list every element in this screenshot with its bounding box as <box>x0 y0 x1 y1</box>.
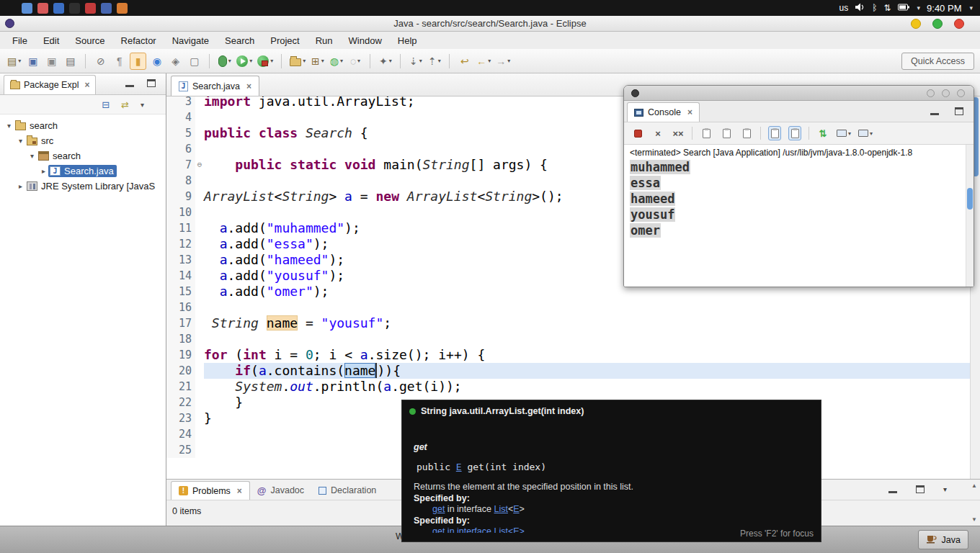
maximize-view-icon[interactable] <box>147 79 156 87</box>
view-menu-icon[interactable]: ▾ <box>943 485 947 493</box>
taskbar-java-window-button[interactable]: Java <box>918 530 968 549</box>
mark-occurrences-button[interactable]: ▮ <box>130 53 146 70</box>
taskbar-app-icon-5[interactable] <box>85 3 96 14</box>
skip-breakpoints-button[interactable]: ⊘ <box>92 53 109 70</box>
code-line-17[interactable]: 17 String name = "yousuf"; <box>166 315 970 331</box>
window-menu-icon[interactable] <box>631 89 639 97</box>
menu-run[interactable]: Run <box>308 33 341 48</box>
clipped-link[interactable]: get in interface List<E> <box>432 526 525 533</box>
collapse-arrow-icon[interactable]: ▾ <box>27 152 37 160</box>
tab-javadoc[interactable]: @Javadoc <box>250 481 311 500</box>
clock-chevron-icon[interactable]: ▾ <box>969 4 973 12</box>
code-line-18[interactable]: 18 <box>166 331 970 347</box>
taskbar-app-icon-1[interactable] <box>22 3 32 14</box>
clear-console-button[interactable] <box>700 126 713 140</box>
minimize-view-icon[interactable] <box>930 107 939 115</box>
link-with-editor-icon[interactable]: ⇄ <box>121 99 129 110</box>
maximize-view-icon[interactable] <box>955 107 963 115</box>
remove-all-launches-button[interactable]: ×× <box>672 126 685 140</box>
collapse-arrow-icon[interactable]: ▾ <box>4 122 14 130</box>
taskbar-app-icon-7[interactable] <box>117 3 128 14</box>
close-window-icon[interactable] <box>957 89 965 97</box>
code-line-21[interactable]: 21 System.out.println(a.get(i)); <box>166 379 970 395</box>
quick-access-box[interactable]: Quick Access <box>901 53 974 70</box>
open-task-button[interactable]: ◌▾ <box>347 53 363 70</box>
new-package-button[interactable]: ⊞▾ <box>309 53 326 70</box>
terminate-button[interactable] <box>631 126 644 140</box>
pin-console-button[interactable]: ⇅ <box>816 126 829 140</box>
list-interface-link[interactable]: List <box>494 504 507 514</box>
console-scrollbar-thumb[interactable] <box>967 188 973 210</box>
console-scrollbar[interactable] <box>966 145 974 287</box>
search-button[interactable]: ✦▾ <box>377 53 393 70</box>
tray-chevron-icon[interactable]: ▾ <box>917 4 921 12</box>
collapse-all-icon[interactable]: ⊟ <box>102 99 110 110</box>
tree-item-search[interactable]: ▾search <box>0 148 166 163</box>
tree-item-search-java[interactable]: ▸JSearch.java <box>0 163 166 179</box>
forward-button[interactable]: →▾ <box>494 53 512 70</box>
print-button[interactable]: ▤ <box>62 53 79 70</box>
menu-window[interactable]: Window <box>341 33 390 48</box>
display-console-button[interactable]: ▾ <box>837 126 851 140</box>
keyboard-layout-indicator[interactable]: us <box>839 3 849 13</box>
show-stdout-toggle[interactable] <box>768 126 781 140</box>
battery-icon[interactable] <box>898 3 909 13</box>
scroll-down-icon[interactable]: ▼ <box>971 516 977 523</box>
save-button[interactable]: ▣ <box>24 53 41 70</box>
tab-package-explorer[interactable]: Package Expl × <box>4 75 96 94</box>
debug-button[interactable]: ▾ <box>216 53 233 70</box>
maximize-view-icon[interactable] <box>916 485 925 493</box>
menu-search[interactable]: Search <box>217 33 262 48</box>
minimize-window-icon[interactable] <box>911 19 921 29</box>
close-icon[interactable]: × <box>246 81 251 91</box>
type-param-link[interactable]: E <box>456 462 462 472</box>
last-edit-button[interactable]: ↩ <box>456 53 473 70</box>
console-window-titlebar[interactable] <box>624 86 974 101</box>
console-body[interactable]: <terminated> Search [Java Application] /… <box>624 144 974 287</box>
external-tools-button[interactable]: ▾ <box>256 53 275 70</box>
console-output[interactable]: muhammedessahameedyousufomer <box>624 158 974 239</box>
save-all-button[interactable]: ▣ <box>43 53 60 70</box>
tab-declaration[interactable]: Declaration <box>311 481 383 500</box>
new-wizard-button[interactable]: ▤▾ <box>6 53 22 70</box>
menu-refactor[interactable]: Refactor <box>113 33 164 48</box>
network-updown-icon[interactable]: ⇅ <box>883 3 891 13</box>
volume-icon[interactable] <box>855 3 865 14</box>
code-line-16[interactable]: 16 <box>166 300 970 315</box>
console-window[interactable]: Console × ×××⇅▾▾ <terminated> Search [Ja… <box>623 85 974 287</box>
scroll-up-icon[interactable]: ▲ <box>971 482 977 489</box>
expand-arrow-icon[interactable]: ▸ <box>16 182 25 190</box>
clock[interactable]: 9:40 PM <box>927 3 961 14</box>
collapse-arrow-icon[interactable]: ▾ <box>16 137 25 145</box>
minimize-view-icon[interactable] <box>888 485 897 493</box>
close-window-icon[interactable] <box>954 19 964 29</box>
annotation-button[interactable]: ◈ <box>167 53 184 70</box>
tree-item-jre-system-library-javas[interactable]: ▸JRE System Library [JavaS <box>0 179 166 194</box>
open-console-button[interactable]: ▾ <box>858 126 873 140</box>
open-resource-button[interactable]: ▢ <box>186 53 202 70</box>
scroll-lock-button[interactable] <box>720 126 733 140</box>
view-menu-icon[interactable]: ▾ <box>141 101 144 109</box>
run-button[interactable]: ▾ <box>235 53 254 70</box>
tab-search-java[interactable]: J Search.java × <box>171 76 259 96</box>
open-type-button[interactable]: ◉ <box>148 53 165 70</box>
expand-arrow-icon[interactable]: ▸ <box>39 167 48 175</box>
new-java-project-button[interactable]: ▾ <box>288 53 307 70</box>
back-button[interactable]: ←▾ <box>475 53 492 70</box>
prev-annotation-button[interactable]: ⇡▾ <box>426 53 442 70</box>
menu-navigate[interactable]: Navigate <box>164 33 217 48</box>
taskbar-app-icon-4[interactable] <box>69 3 80 14</box>
code-line-20[interactable]: 20 if(a.contains(name)){ <box>166 363 970 379</box>
show-whitespace-button[interactable]: ¶ <box>111 53 128 70</box>
menu-file[interactable]: File <box>4 33 35 48</box>
type-param-link[interactable]: E <box>513 504 519 514</box>
taskbar-app-icon-2[interactable] <box>37 3 48 14</box>
method-link[interactable]: get <box>432 504 445 514</box>
new-class-button[interactable]: ◍▾ <box>328 53 344 70</box>
close-icon[interactable]: × <box>237 486 242 496</box>
tree-item-src[interactable]: ▾src <box>0 133 166 148</box>
window-titlebar[interactable]: Java - search/src/search/Search.java - E… <box>0 16 980 32</box>
bluetooth-icon[interactable]: ᛒ <box>872 3 877 13</box>
next-annotation-button[interactable]: ⇣▾ <box>407 53 424 70</box>
code-line-19[interactable]: 19for (int i = 0; i < a.size(); i++) { <box>166 347 970 363</box>
